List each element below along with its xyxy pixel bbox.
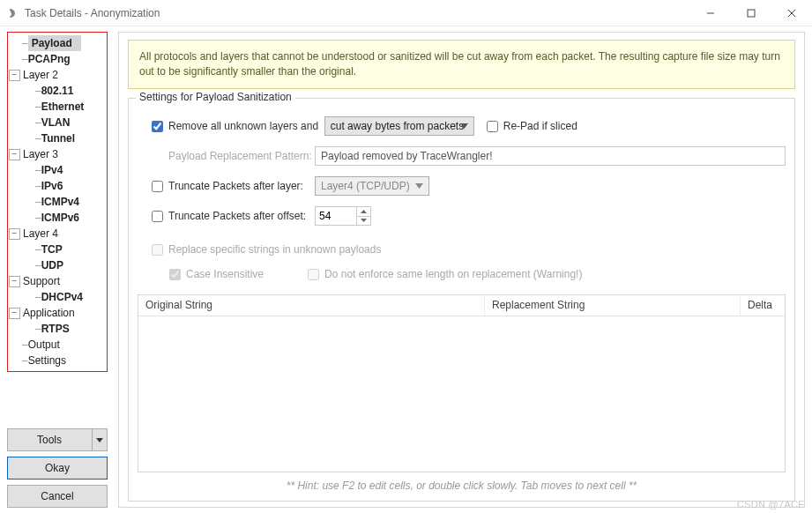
- svg-marker-7: [361, 210, 367, 213]
- group-legend: Settings for Payload Sanitization: [136, 91, 295, 103]
- tree-item-label: Tunnel: [41, 130, 75, 146]
- tree-item-label: ICMPv6: [41, 210, 79, 226]
- tree-item-label: Application: [23, 305, 75, 321]
- remove-unknown-checkbox[interactable]: [152, 121, 163, 132]
- tree-item-label: RTPS: [41, 321, 70, 337]
- tree-item[interactable]: −Support: [9, 273, 106, 289]
- replace-strings-checkbox[interactable]: [152, 244, 163, 256]
- tree-item[interactable]: – PCAPng: [9, 51, 106, 67]
- tree-bullet: –: [35, 83, 41, 99]
- tree-item[interactable]: – UDP: [9, 257, 106, 273]
- tree-item-label: Layer 4: [23, 226, 58, 242]
- table-body[interactable]: [138, 316, 785, 472]
- title-bar: Task Details - Anonymization: [0, 0, 812, 26]
- left-column: – Payload– PCAPng−Layer 2– 802.11– Ether…: [7, 32, 108, 508]
- tree-bullet: –: [35, 162, 41, 178]
- tree-item[interactable]: −Layer 4: [9, 226, 106, 242]
- truncate-layer-checkbox[interactable]: [152, 181, 163, 192]
- col-replacement[interactable]: Replacement String: [485, 295, 741, 316]
- tree-item[interactable]: – IPv4: [9, 162, 106, 178]
- tree-bullet: –: [22, 35, 28, 51]
- window-close-button[interactable]: [771, 0, 812, 26]
- tree-bullet: –: [35, 210, 41, 226]
- okay-button[interactable]: Okay: [7, 457, 108, 480]
- nav-tree[interactable]: – Payload– PCAPng−Layer 2– 802.11– Ether…: [9, 35, 106, 368]
- tree-item[interactable]: – Payload: [9, 35, 106, 51]
- collapse-icon[interactable]: −: [9, 149, 20, 160]
- tree-item[interactable]: – Settings: [9, 353, 106, 368]
- svg-rect-1: [748, 10, 755, 17]
- spinner-down-icon[interactable]: [357, 217, 370, 226]
- tree-item-label: Support: [23, 273, 60, 289]
- remove-action-select[interactable]: cut away bytes from packets: [324, 116, 474, 136]
- truncate-offset-input[interactable]: [315, 206, 357, 226]
- tree-bullet: –: [35, 321, 41, 337]
- tree-bullet: –: [35, 115, 41, 130]
- replacement-pattern-input[interactable]: [315, 146, 786, 166]
- tree-item-label: Layer 3: [23, 146, 58, 162]
- tree-item[interactable]: – ICMPv6: [9, 210, 106, 226]
- collapse-icon[interactable]: −: [9, 276, 20, 287]
- tree-item[interactable]: – IPv6: [9, 178, 106, 194]
- truncate-offset-checkbox[interactable]: [152, 211, 163, 222]
- tools-button[interactable]: Tools: [7, 428, 108, 451]
- offset-spinner[interactable]: [357, 206, 371, 226]
- watermark: CSDN @7ACE: [737, 499, 805, 509]
- tree-item-label: TCP: [41, 242, 63, 257]
- remove-action-value: cut away bytes from packets: [331, 120, 464, 132]
- tree-item[interactable]: – Tunnel: [9, 130, 106, 146]
- enforce-length-checkbox[interactable]: [308, 269, 319, 280]
- col-delta[interactable]: Delta: [741, 295, 785, 316]
- window-maximize-button[interactable]: [731, 0, 771, 26]
- tools-dropdown-button[interactable]: [92, 429, 107, 450]
- truncate-layer-select[interactable]: Layer4 (TCP/UDP): [315, 176, 429, 196]
- tree-item-label: 802.11: [41, 83, 74, 99]
- spinner-up-icon[interactable]: [357, 207, 370, 217]
- truncate-layer-label: Truncate Packets after layer:: [168, 180, 315, 192]
- tree-bullet: –: [35, 289, 41, 305]
- tree-item[interactable]: – VLAN: [9, 115, 106, 130]
- tree-item[interactable]: −Application: [9, 305, 106, 321]
- case-insensitive-label: Case Insensitive: [186, 268, 264, 280]
- tree-bullet: –: [35, 99, 41, 115]
- tree-item-label: UDP: [41, 257, 63, 273]
- tree-item[interactable]: −Layer 3: [9, 146, 106, 162]
- tree-item[interactable]: – 802.11: [9, 83, 106, 99]
- tree-item[interactable]: – DHCPv4: [9, 289, 106, 305]
- case-insensitive-checkbox[interactable]: [169, 269, 181, 280]
- cancel-button[interactable]: Cancel: [7, 485, 108, 508]
- tree-bullet: –: [35, 242, 41, 257]
- tree-item-label: IPv4: [41, 162, 63, 178]
- tree-item-label: ICMPv4: [41, 194, 79, 210]
- repad-label: Re-Pad if sliced: [503, 120, 577, 132]
- info-message: All protocols and layers that cannot be …: [128, 40, 795, 89]
- nav-tree-container: – Payload– PCAPng−Layer 2– 802.11– Ether…: [7, 32, 108, 372]
- replacement-table[interactable]: Original String Replacement String Delta: [138, 294, 786, 472]
- payload-sanitization-group: Settings for Payload Sanitization Remove…: [128, 98, 795, 502]
- tree-item[interactable]: −Layer 2: [9, 67, 106, 83]
- enforce-length-label: Do not enforce same length on replacemen…: [324, 268, 582, 280]
- tree-item[interactable]: – RTPS: [9, 321, 106, 337]
- collapse-icon[interactable]: −: [9, 308, 20, 319]
- svg-marker-5: [460, 123, 468, 129]
- tree-item[interactable]: – TCP: [9, 242, 106, 257]
- tree-bullet: –: [22, 51, 28, 67]
- tree-bullet: –: [35, 257, 41, 273]
- tree-item[interactable]: – Ethernet: [9, 99, 106, 115]
- col-original[interactable]: Original String: [138, 295, 485, 316]
- tree-item[interactable]: – Output: [9, 337, 106, 353]
- repad-checkbox[interactable]: [487, 121, 498, 132]
- tree-item-label: Output: [28, 337, 60, 353]
- collapse-icon[interactable]: −: [9, 228, 20, 240]
- truncate-layer-value: Layer4 (TCP/UDP): [321, 180, 410, 192]
- collapse-icon[interactable]: −: [9, 70, 20, 81]
- tree-item-label: IPv6: [41, 178, 63, 194]
- window-minimize-button[interactable]: [690, 0, 731, 26]
- remove-unknown-label: Remove all unknown layers and: [168, 120, 318, 132]
- truncate-offset-label: Truncate Packets after offset:: [168, 210, 315, 222]
- tree-bullet: –: [22, 353, 28, 368]
- tree-item-label: VLAN: [41, 115, 71, 130]
- tree-item[interactable]: – ICMPv4: [9, 194, 106, 210]
- tree-bullet: –: [35, 130, 41, 146]
- replacement-pattern-label: Payload Replacement Pattern:: [168, 150, 315, 162]
